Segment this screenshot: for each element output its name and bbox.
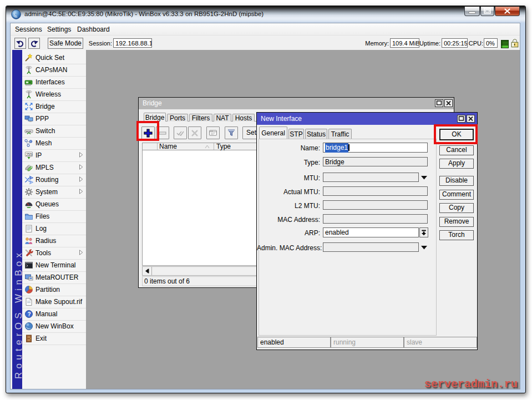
svg-text:255: 255	[26, 153, 32, 156]
svg-text:?: ?	[27, 311, 31, 317]
